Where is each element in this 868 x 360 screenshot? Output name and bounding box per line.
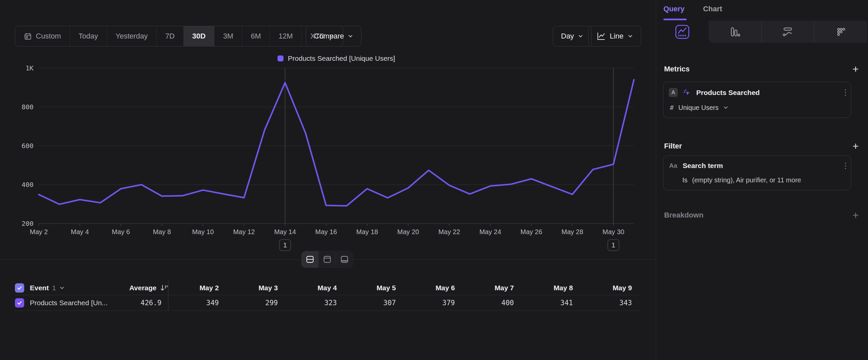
header-checkbox-cell	[15, 283, 30, 293]
column-header[interactable]: May 9	[582, 284, 641, 292]
filter-property-name: Search term	[683, 162, 837, 170]
line-chart-icon	[596, 32, 606, 41]
x-axis-label: May 6	[112, 228, 130, 236]
chart-svg[interactable]: 2004006008001KMay 2May 4May 6May 8May 10…	[0, 63, 656, 256]
insights-icon	[675, 24, 690, 39]
y-axis-label: 400	[22, 181, 33, 189]
range-12m-button[interactable]: 12M	[270, 26, 302, 46]
range-today-button[interactable]: Today	[70, 26, 107, 46]
range-6m-button[interactable]: 6M	[242, 26, 270, 46]
row-series-name[interactable]: Products Searched [Un...	[30, 299, 114, 307]
event-column-header[interactable]: Event 1	[30, 284, 114, 292]
aggregation-selector[interactable]: Unique Users	[678, 104, 718, 112]
column-header[interactable]: May 7	[464, 284, 523, 292]
range-custom-button[interactable]: Custom	[15, 26, 70, 46]
column-header[interactable]: May 6	[405, 284, 464, 292]
column-header[interactable]: May 5	[346, 284, 405, 292]
range-7d-button[interactable]: 7D	[157, 26, 184, 46]
chart-type-button[interactable]: Line	[588, 26, 641, 47]
table-column-divider	[168, 281, 168, 311]
tab-flows[interactable]	[762, 21, 815, 43]
granularity-button[interactable]: Day	[553, 26, 591, 47]
range-30d-button[interactable]: 30D	[184, 26, 215, 46]
date-column-headers: May 2May 3May 4May 5May 6May 7May 8May 9	[169, 284, 642, 292]
funnels-icon	[729, 26, 740, 37]
string-property-icon: Aa	[669, 162, 678, 169]
chevron-down-icon	[348, 33, 353, 39]
y-axis-label: 200	[22, 220, 33, 227]
series-line[interactable]	[39, 80, 634, 206]
filter-operator[interactable]: Is	[682, 176, 688, 184]
value-cell: 341	[523, 299, 582, 307]
calendar-icon	[24, 32, 32, 40]
row-average-value: 426.9	[114, 299, 169, 307]
x-axis-label: May 4	[71, 228, 89, 236]
report-type-tab-strip	[709, 21, 867, 43]
y-axis-label: 600	[22, 142, 33, 150]
breakdown-title: Breakdown	[664, 211, 704, 220]
layout-chart-only-button[interactable]	[319, 251, 336, 268]
add-breakdown-button[interactable]: +	[852, 210, 859, 221]
x-axis-label: May 2	[30, 228, 48, 236]
metrics-title: Metrics	[664, 65, 690, 74]
range-yesterday-button[interactable]: Yesterday	[107, 26, 157, 46]
filter-title: Filter	[664, 142, 682, 150]
value-cell: 343	[582, 299, 641, 307]
chevron-down-icon	[578, 33, 583, 39]
x-axis-label: May 22	[438, 228, 460, 236]
tab-funnels[interactable]	[709, 21, 762, 43]
layout-table-only-button[interactable]	[336, 251, 353, 268]
aggregation-type-icon: #	[670, 104, 674, 112]
column-header[interactable]: May 3	[228, 284, 287, 292]
chevron-down-icon	[628, 33, 633, 39]
annotation-badge-label: 1	[283, 242, 287, 249]
tab-chart[interactable]: Chart	[703, 5, 722, 13]
value-cell: 400	[464, 299, 523, 307]
add-filter-button[interactable]: +	[852, 141, 859, 151]
query-panel: Query Chart Metrics +	[656, 0, 868, 360]
x-axis-label: May 28	[562, 228, 584, 236]
event-count: 1	[52, 284, 56, 292]
legend-swatch	[278, 55, 283, 61]
filter-card[interactable]: Aa Search term ⋮ Is (empty string), Air …	[663, 156, 851, 190]
x-axis-label: May 14	[274, 228, 296, 236]
legend-label: Products Searched [Unique Users]	[288, 54, 395, 62]
layout-split-button[interactable]	[301, 251, 319, 268]
row-checkbox[interactable]	[15, 298, 24, 307]
column-header[interactable]: May 8	[523, 284, 582, 292]
event-header-label: Event	[30, 284, 49, 292]
date-range-group: CustomTodayYesterday7D30D3M6M12MXTD	[15, 26, 343, 47]
event-click-icon	[683, 88, 691, 97]
range-3m-button[interactable]: 3M	[215, 26, 242, 46]
column-header[interactable]: May 4	[287, 284, 346, 292]
table-row: Products Searched [Un... 426.9 349299323…	[15, 295, 642, 311]
sort-descending-icon	[160, 284, 168, 292]
average-column-header[interactable]: Average	[114, 284, 169, 292]
metric-menu-button[interactable]: ⋮	[841, 91, 845, 94]
report-main-area: CustomTodayYesterday7D30D3M6M12MXTD Comp…	[0, 0, 656, 360]
metric-name: Products Searched	[696, 89, 837, 96]
add-metric-button[interactable]: +	[852, 64, 859, 74]
report-type-tabs	[656, 21, 868, 43]
check-icon	[17, 285, 22, 290]
column-header[interactable]: May 2	[169, 284, 228, 292]
chart-legend[interactable]: Products Searched [Unique Users]	[39, 54, 634, 62]
tab-query[interactable]: Query	[663, 5, 685, 13]
filter-menu-button[interactable]: ⋮	[841, 164, 845, 168]
metric-card[interactable]: A Products Searched ⋮ # Unique Users	[663, 82, 851, 118]
breakdown-section-header: Breakdown +	[664, 210, 859, 221]
flows-icon	[782, 26, 794, 37]
active-tab-underline	[663, 19, 687, 20]
y-axis-label: 800	[22, 103, 33, 111]
x-axis-label: May 16	[315, 228, 337, 236]
granularity-label: Day	[561, 32, 574, 40]
tab-insights[interactable]	[656, 21, 709, 43]
value-cell: 349	[169, 299, 228, 307]
report-toolbar: CustomTodayYesterday7D30D3M6M12MXTD Comp…	[15, 26, 656, 47]
top-pane-icon	[322, 255, 332, 264]
compare-button[interactable]: Compare	[306, 26, 362, 47]
filter-value[interactable]: (empty string), Air purifier, or 11 more	[692, 176, 801, 184]
tab-retention[interactable]	[814, 21, 867, 43]
select-all-checkbox[interactable]	[15, 283, 24, 293]
metric-letter-badge: A	[669, 88, 678, 97]
